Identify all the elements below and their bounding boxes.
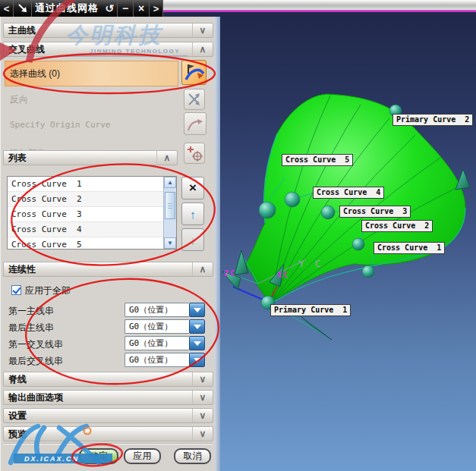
section-spine-label: 脊线 — [8, 373, 27, 386]
graphics-viewport[interactable]: ZC XC Y C Primary Curve 2 Cross Curve 5 … — [216, 12, 476, 471]
chevron-down-icon[interactable]: ∨ — [192, 372, 213, 386]
section-preview-label: 预览 — [8, 428, 27, 441]
chevron-up-icon[interactable]: ∧ — [192, 42, 213, 56]
button-separator — [4, 443, 213, 444]
apply-all-checkbox[interactable] — [11, 285, 21, 295]
select-curve-button[interactable] — [181, 60, 206, 85]
section-spine[interactable]: 脊线 ∨ — [3, 372, 213, 387]
dropdown-arrow-icon[interactable] — [189, 319, 205, 334]
curve-list-rows: Cross Curve 1 Cross Curve 2 Cross Curve … — [8, 177, 163, 250]
reverse-direction-button — [184, 89, 205, 110]
first-cross-string-select[interactable]: G0（位置） — [125, 336, 189, 350]
scroll-down-icon[interactable]: ▼ — [164, 237, 176, 249]
list-item[interactable]: Cross Curve 4 — [8, 222, 163, 237]
close-button[interactable]: × — [134, 0, 150, 17]
list-item[interactable]: Cross Curve 2 — [8, 192, 163, 207]
section-output-surface[interactable]: 输出曲面选项 ∨ — [3, 390, 213, 405]
dropdown-arrow-icon[interactable] — [189, 303, 205, 317]
tag-cross-curve-3: Cross Curve 3 — [339, 206, 411, 218]
through-curve-mesh-dialog: 主曲线 ∨ 交叉曲线 ∧ 选择曲线 (0) 反向 Specify Origin … — [0, 17, 215, 471]
section-main-curve-label: 主曲线 — [8, 24, 36, 37]
yc-axis-label: Y C — [298, 258, 323, 269]
panel-resize-handle[interactable] — [215, 17, 220, 471]
cursor-arrow-icon[interactable] — [14, 0, 32, 17]
add-new-set-icon — [185, 144, 203, 162]
last-cross-string-select[interactable]: G0（位置） — [125, 353, 189, 367]
move-down-button: ↓ — [181, 228, 204, 251]
select-curve-label: 选择曲线 (0) — [10, 68, 60, 80]
reverse-label: 反向 — [10, 93, 28, 106]
ok-button[interactable]: 确定 — [79, 448, 118, 464]
tag-cross-curve-1: Cross Curve 1 — [374, 242, 445, 254]
section-preview[interactable]: 预览 ∨ — [3, 426, 213, 441]
specify-origin-curve-button — [184, 112, 206, 135]
origin-curve-icon — [185, 114, 205, 133]
tag-primary-curve-1: Primary Curve 1 — [270, 304, 351, 316]
tag-cross-curve-4: Cross Curve 4 — [313, 187, 384, 199]
select-curve-icon — [182, 61, 206, 84]
curve-list[interactable]: Cross Curve 1 Cross Curve 2 Cross Curve … — [7, 176, 177, 250]
dropdown-arrow-icon[interactable] — [189, 336, 205, 350]
xc-axis-label: XC — [277, 271, 289, 279]
section-main-curve[interactable]: 主曲线 ∨ — [3, 23, 213, 38]
zc-axis-label: ZC — [224, 269, 236, 278]
remove-item-button[interactable]: × — [181, 177, 204, 199]
last-cross-string-label: 最后交叉线串 — [8, 355, 63, 368]
toolbar-band — [161, 0, 476, 11]
chevron-up-icon[interactable]: ∧ — [156, 151, 177, 165]
section-settings[interactable]: 设置 ∨ — [3, 408, 213, 423]
chevron-up-icon[interactable]: ∧ — [192, 262, 213, 276]
viewport-gap — [161, 12, 216, 17]
scroll-up-icon[interactable]: ▲ — [164, 177, 176, 188]
list-item[interactable]: Cross Curve 3 — [8, 207, 163, 222]
dropdown-arrow-icon[interactable] — [189, 353, 205, 367]
first-primary-string-select[interactable]: G0（位置） — [125, 303, 189, 317]
minimize-button[interactable]: − — [118, 0, 134, 17]
titlebar-prev-button[interactable]: < — [0, 0, 14, 17]
add-new-set-button — [184, 143, 205, 164]
first-primary-string-label: 第一主线串 — [8, 305, 54, 318]
chevron-down-icon[interactable]: ∨ — [192, 24, 213, 37]
chevron-down-icon[interactable]: ∨ — [192, 391, 213, 404]
apply-all-label: 应用于全部 — [25, 284, 71, 297]
list-item[interactable]: Cross Curve 5 — [8, 237, 163, 250]
section-continuity[interactable]: 连续性 ∧ — [3, 262, 213, 277]
section-list[interactable]: 列表 ∧ — [3, 150, 178, 165]
section-output-surface-label: 输出曲面选项 — [8, 391, 63, 404]
tag-primary-curve-2: Primary Curve 2 — [392, 114, 473, 126]
scrollbar-thumb[interactable] — [165, 192, 175, 219]
section-cross-curve-label: 交叉曲线 — [8, 43, 45, 56]
last-primary-string-label: 最后主线串 — [8, 322, 54, 334]
chevron-down-icon[interactable]: ∨ — [192, 427, 213, 441]
chevron-down-icon[interactable]: ∨ — [192, 409, 213, 422]
apply-button[interactable]: 应用 — [124, 448, 161, 464]
cursor-arrow-glyph — [17, 2, 29, 14]
tag-cross-curve-5: Cross Curve 5 — [282, 154, 353, 166]
app-window: { "titlebar": { "title": "通过曲线网格", "nav_… — [0, 0, 476, 471]
first-cross-string-label: 第一交叉线串 — [8, 338, 63, 351]
select-curve-row[interactable]: 选择曲线 (0) — [5, 61, 178, 86]
list-scrollbar[interactable]: ▲ ▼ — [163, 177, 176, 249]
last-primary-string-select[interactable]: G0（位置） — [125, 319, 189, 334]
cancel-button[interactable]: 取消 — [174, 448, 211, 464]
list-item[interactable]: Cross Curve 1 — [8, 177, 163, 192]
origin-curve-label: Specify Origin Curve — [10, 120, 110, 130]
move-up-button[interactable]: ↑ — [181, 203, 204, 225]
tag-cross-curve-2: Cross Curve 2 — [361, 220, 433, 232]
dialog-title: 通过曲线网格 — [32, 0, 102, 17]
titlebar-next-button[interactable]: > — [150, 0, 163, 17]
dialog-titlebar[interactable]: < 通过曲线网格 ↺ − × > — [0, 0, 163, 17]
section-list-label: 列表 — [8, 152, 27, 165]
reverse-direction-icon — [185, 90, 203, 108]
section-settings-label: 设置 — [8, 410, 27, 422]
reset-button[interactable]: ↺ — [102, 0, 118, 17]
section-continuity-label: 连续性 — [8, 263, 36, 276]
section-cross-curve[interactable]: 交叉曲线 ∧ — [3, 42, 213, 57]
